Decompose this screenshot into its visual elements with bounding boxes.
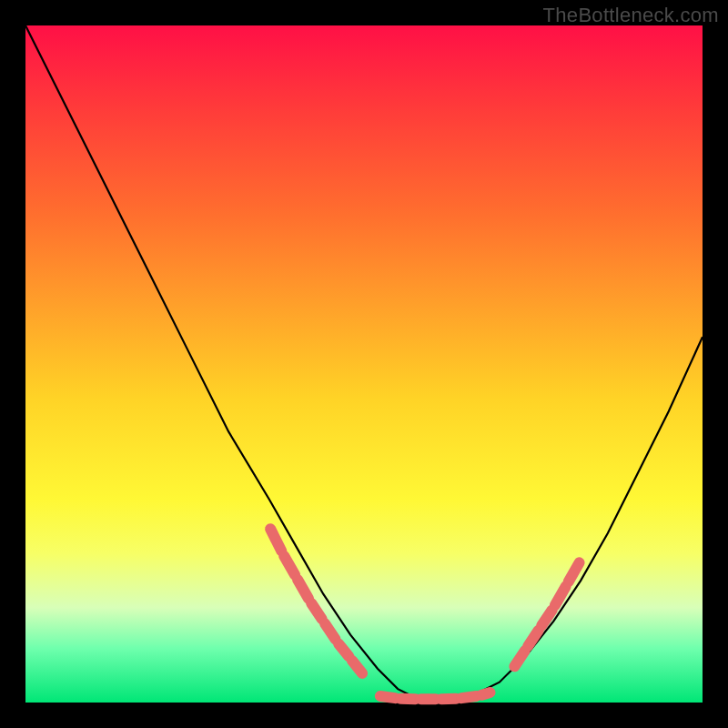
marker-segment bbox=[481, 693, 490, 695]
plot-area bbox=[25, 25, 703, 703]
right-curve bbox=[431, 337, 703, 703]
curve-group bbox=[25, 25, 703, 703]
marker-segment bbox=[441, 699, 456, 700]
marker-segment bbox=[380, 696, 395, 698]
marker-segment bbox=[298, 580, 308, 599]
marker-segment bbox=[528, 631, 539, 646]
left-curve bbox=[25, 25, 431, 703]
marker-group bbox=[270, 529, 579, 699]
marker-segment bbox=[325, 623, 336, 639]
marker-segment bbox=[569, 562, 580, 581]
watermark-label: TheBottleneck.com bbox=[543, 4, 719, 27]
marker-segment bbox=[270, 529, 281, 551]
marker-segment bbox=[352, 661, 362, 673]
marker-segment bbox=[514, 651, 525, 666]
marker-segment bbox=[541, 610, 552, 625]
marker-segment bbox=[400, 699, 415, 700]
marker-segment bbox=[461, 696, 476, 698]
chart-svg bbox=[25, 25, 703, 703]
marker-segment bbox=[339, 643, 349, 656]
marker-segment bbox=[555, 586, 566, 605]
marker-segment bbox=[284, 556, 295, 575]
chart-container: TheBottleneck.com bbox=[0, 0, 728, 728]
marker-segment bbox=[311, 603, 322, 619]
